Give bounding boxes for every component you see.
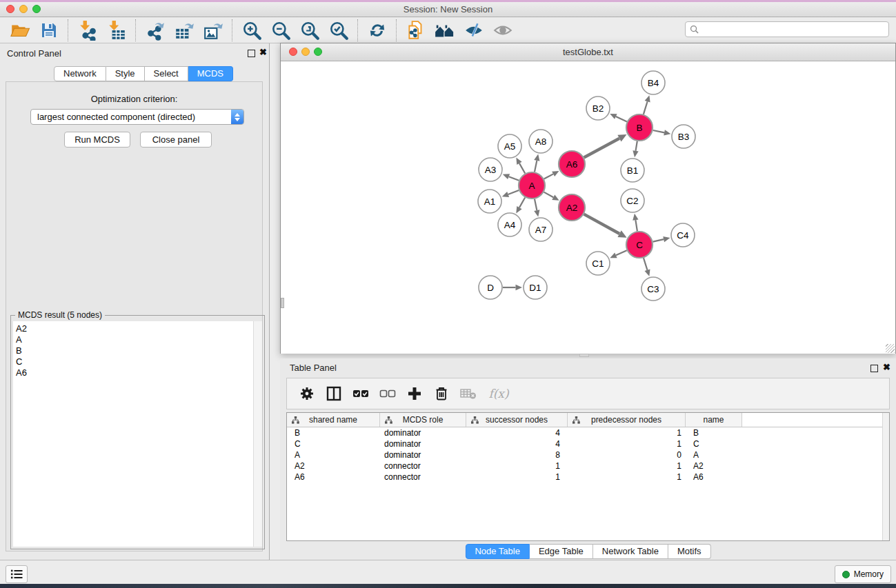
node-C[interactable]: C [626,232,653,258]
node-C2[interactable]: C2 [621,189,644,212]
edge-A-A3[interactable] [509,176,519,181]
deselect-all-button[interactable] [377,383,398,404]
node-A4[interactable]: A4 [498,213,521,236]
table-row[interactable]: Cdominator41C [287,438,889,449]
edge-A-A1[interactable] [508,190,519,194]
tab-node-table[interactable]: Node Table [465,544,530,559]
memory-button[interactable]: Memory [835,565,891,583]
result-scrollbar[interactable] [253,321,262,547]
node-B3[interactable]: B3 [672,125,695,148]
add-column-button[interactable] [404,383,425,404]
edge-B-B4[interactable] [644,101,648,114]
edge-C-C2[interactable] [635,220,637,231]
edge-A-A6[interactable] [544,174,553,179]
delete-column-button[interactable] [431,383,452,404]
function-builder-button[interactable]: f(x) [485,383,512,404]
edge-C-C3[interactable] [644,258,648,270]
open-session-button[interactable] [8,19,32,41]
edge-B-B2[interactable] [616,116,627,121]
column-header-predecessor-nodes[interactable]: predecessor nodes [568,413,686,427]
network-graph[interactable]: B4B2BB3A8A5A6A3B1AA1C2A2A4A7C4CC1DD1C3 [281,61,895,354]
node-A3[interactable]: A3 [479,158,502,181]
export-image-button[interactable] [201,19,225,41]
edge-A-A4[interactable] [519,197,525,207]
column-header-successor-nodes[interactable]: successor nodes [466,413,568,427]
column-header-shared-name[interactable]: shared name [287,413,380,427]
result-item[interactable]: B [13,345,262,356]
tab-edge-table[interactable]: Edge Table [530,544,593,559]
tab-mcds[interactable]: MCDS [188,66,233,81]
tab-motifs[interactable]: Motifs [668,544,711,559]
close-table-panel-icon[interactable]: ✖ [883,363,890,372]
refresh-button[interactable] [366,19,389,41]
table-settings-button[interactable] [297,383,317,404]
node-A2[interactable]: A2 [559,194,585,221]
node-A5[interactable]: A5 [498,134,521,158]
export-network-button[interactable] [143,19,167,41]
network-canvas[interactable]: B4B2BB3A8A5A6A3B1AA1C2A2A4A7C4CC1DD1C3 [281,61,895,354]
result-item[interactable]: C [13,356,262,367]
node-D[interactable]: D [479,276,502,299]
select-all-button[interactable] [350,383,371,404]
hide-graphics-details-button[interactable] [462,19,486,41]
node-B2[interactable]: B2 [586,97,610,120]
export-table-button[interactable] [172,19,196,41]
tab-style[interactable]: Style [106,66,145,81]
node-B[interactable]: B [626,114,653,141]
result-item[interactable]: A2 [13,323,262,334]
float-table-panel-icon[interactable] [870,365,878,372]
import-table-button[interactable] [105,19,128,41]
edge-A6-B[interactable] [584,139,619,158]
table-row[interactable]: Adominator80A [287,449,889,460]
node-D1[interactable]: D1 [524,276,547,299]
result-item[interactable]: A [13,334,262,345]
float-panel-icon[interactable] [248,50,255,57]
node-B4[interactable]: B4 [641,71,665,94]
result-item[interactable]: A6 [13,367,262,378]
edge-C-C4[interactable] [653,239,664,241]
edge-A-A2[interactable] [544,192,554,198]
optimization-criterion-select[interactable]: largest connected component (directed) [30,109,244,125]
node-C4[interactable]: C4 [671,223,695,247]
node-C3[interactable]: C3 [641,277,665,301]
splitter-handle-left[interactable] [281,298,284,308]
edge-A-A7[interactable] [535,199,537,210]
zoom-fit-button[interactable] [298,19,321,41]
delete-table-button[interactable] [458,383,479,404]
cytoscape-home-button[interactable] [433,19,457,41]
node-A[interactable]: A [519,172,545,199]
save-session-button[interactable] [37,19,61,41]
splitter-handle-bottom[interactable] [579,354,589,357]
task-history-button[interactable] [6,565,28,583]
search-input[interactable] [699,25,888,34]
mcds-result-list[interactable]: A2ABCA6 [13,321,262,547]
zoom-selected-button[interactable] [327,19,350,41]
network-window-titlebar[interactable]: testGlobe.txt [281,43,895,61]
node-A1[interactable]: A1 [478,190,501,213]
import-network-button[interactable] [76,19,99,41]
tab-select[interactable]: Select [145,66,188,81]
node-A7[interactable]: A7 [529,218,552,241]
tab-network[interactable]: Network [54,66,106,81]
column-header-MCDS-role[interactable]: MCDS role [380,413,466,427]
network-from-selection-button[interactable] [404,19,428,41]
table-row[interactable]: Bdominator41B [287,427,889,438]
table-row[interactable]: A6connector11A6 [287,472,889,483]
window-resize-grip[interactable] [886,344,895,353]
column-header-name[interactable]: name [686,413,742,427]
close-panel-button[interactable]: Close panel [140,132,212,148]
edge-B-B1[interactable] [636,141,637,151]
show-columns-button[interactable] [323,383,344,404]
edge-A2-C[interactable] [584,214,620,234]
node-A8[interactable]: A8 [529,130,552,153]
edge-C-C1[interactable] [616,250,627,255]
node-C1[interactable]: C1 [586,252,610,275]
table-scrollbar[interactable] [882,413,889,540]
node-B1[interactable]: B1 [621,159,644,182]
tab-network-table[interactable]: Network Table [593,544,668,559]
run-mcds-button[interactable]: Run MCDS [64,132,130,148]
edge-A-A8[interactable] [535,161,537,172]
zoom-in-button[interactable] [240,19,263,41]
close-panel-icon[interactable]: ✖ [259,48,267,57]
node-A6[interactable]: A6 [559,151,585,177]
